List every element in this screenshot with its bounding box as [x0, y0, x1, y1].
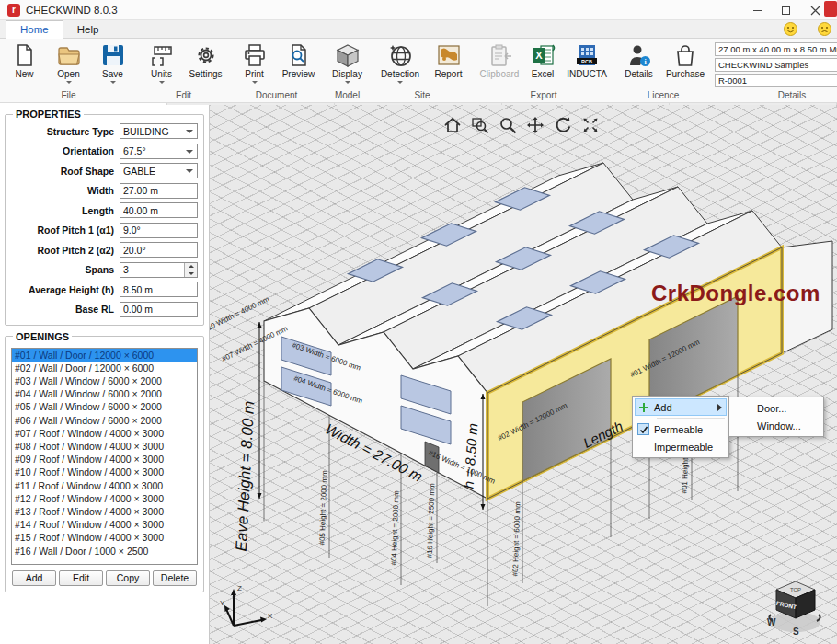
- edit-button[interactable]: Edit: [59, 570, 103, 586]
- close-button[interactable]: [810, 6, 820, 16]
- roof-pitch1-label: Roof Pitch 1 (α1): [11, 224, 120, 236]
- details-ref-field[interactable]: [715, 74, 837, 87]
- zoom-fit-button[interactable]: [579, 114, 602, 136]
- list-item[interactable]: #04 / Wall / Window / 6000 × 2000: [12, 387, 197, 400]
- svg-text:#04 Height = 2000 mm: #04 Height = 2000 mm: [390, 490, 401, 566]
- shopping-bag-icon: [672, 42, 698, 68]
- view-toolbar: [441, 114, 602, 136]
- rotate-view-button[interactable]: [552, 114, 574, 136]
- list-item[interactable]: #16 / Wall / Door / 1000 × 2500: [12, 545, 197, 558]
- save-floppy-icon: [100, 42, 126, 68]
- cube-top-label: TOP: [790, 587, 801, 592]
- group-label-details: Details: [715, 89, 837, 102]
- group-label-edit: Edit: [140, 89, 227, 102]
- home-view-button[interactable]: [441, 114, 464, 136]
- context-menu-item-window[interactable]: Window...: [731, 417, 821, 434]
- details-building-field[interactable]: [715, 42, 837, 56]
- svg-text:#05 Height = 2000 mm: #05 Height = 2000 mm: [318, 470, 329, 546]
- excel-button[interactable]: X Excel: [524, 40, 561, 79]
- list-item[interactable]: #14 / Roof / Window / 4000 × 3000: [12, 518, 197, 531]
- report-button[interactable]: Report: [427, 40, 470, 79]
- axis-y-label: Y: [220, 599, 225, 607]
- roof-shape-select[interactable]: GABLE: [120, 163, 198, 178]
- print-button[interactable]: Print: [233, 40, 276, 84]
- units-button[interactable]: Units: [140, 40, 183, 84]
- display-button[interactable]: Display: [326, 40, 369, 84]
- delete-button[interactable]: Delete: [153, 570, 197, 586]
- spinner-buttons[interactable]: [184, 263, 197, 277]
- structure-type-select[interactable]: BUILDING: [120, 123, 198, 139]
- dropdown-caret: [159, 81, 165, 84]
- orientation-select[interactable]: 67.5°: [120, 144, 198, 159]
- open-button[interactable]: Open: [47, 40, 90, 84]
- avg-height-input[interactable]: [120, 282, 198, 297]
- menu-bar: Home Help: [0, 20, 837, 39]
- group-label-document: Document: [233, 89, 320, 102]
- list-item[interactable]: #13 / Roof / Window / 4000 × 3000: [12, 505, 197, 518]
- tab-home[interactable]: Home: [6, 20, 63, 39]
- tab-help[interactable]: Help: [63, 21, 113, 38]
- title-bar: r CHECKWIND 8.0.3: [0, 0, 837, 20]
- save-button[interactable]: Save: [91, 40, 134, 84]
- licence-details-button[interactable]: i Details: [617, 40, 660, 79]
- smiley-sad-icon[interactable]: [818, 22, 831, 36]
- copy-button[interactable]: Copy: [106, 570, 150, 586]
- list-item[interactable]: #05 / Wall / Window / 6000 × 2000: [12, 400, 197, 413]
- list-item[interactable]: #03 / Wall / Window / 6000 × 2000: [12, 374, 197, 387]
- openings-list[interactable]: #01 / Wall / Door / 12000 × 6000#02 / Wa…: [11, 348, 198, 565]
- ribbon-group-document: Print Preview Document: [230, 39, 323, 102]
- add-button[interactable]: Add: [12, 570, 56, 586]
- detection-button[interactable]: Detection: [374, 40, 426, 84]
- width-input[interactable]: [120, 183, 198, 199]
- list-item[interactable]: #15 / Roof / Window / 4000 × 3000: [12, 531, 197, 544]
- details-project-field[interactable]: [715, 58, 837, 72]
- context-menu-item-door[interactable]: Door...: [731, 399, 821, 417]
- model-viewport[interactable]: Eave Height = 8.00 m Width = 27.00 m h =…: [210, 105, 837, 644]
- app-icon: r: [7, 4, 20, 17]
- smiley-happy-icon[interactable]: [784, 22, 797, 36]
- window-title: CHECKWIND 8.0.3: [26, 5, 118, 16]
- list-item[interactable]: #10 / Roof / Window / 4000 × 3000: [12, 466, 197, 478]
- list-item[interactable]: #02 / Wall / Door / 12000 × 6000: [12, 362, 197, 374]
- purchase-button[interactable]: Purchase: [661, 40, 709, 79]
- preview-button[interactable]: Preview: [277, 40, 320, 79]
- list-item[interactable]: #01 / Wall / Door / 12000 × 6000: [12, 349, 197, 362]
- length-label: Length: [11, 205, 120, 216]
- ribbon-group-export: Clipboard X Excel RCB INDUCTA Export: [473, 39, 614, 102]
- inducta-button[interactable]: RCB INDUCTA: [562, 40, 612, 79]
- pan-button[interactable]: [524, 114, 546, 136]
- list-item[interactable]: #07 / Roof / Window / 4000 × 3000: [12, 427, 197, 440]
- settings-button[interactable]: Settings: [184, 40, 227, 79]
- openings-groupbox: OPENINGS #01 / Wall / Door / 12000 × 600…: [5, 331, 204, 592]
- context-menu-item-add[interactable]: Add: [635, 398, 727, 416]
- zoom-window-button[interactable]: [469, 114, 491, 136]
- length-input[interactable]: [120, 202, 198, 218]
- open-folder-icon: [56, 42, 82, 68]
- properties-sidebar: PROPERTIES Structure Type BUILDING Orien…: [0, 105, 210, 644]
- spans-stepper[interactable]: [120, 262, 198, 278]
- zoom-button[interactable]: [497, 114, 519, 136]
- svg-text:#16 Height = 2500 mm: #16 Height = 2500 mm: [426, 483, 437, 558]
- group-label-export: Export: [476, 89, 612, 102]
- context-menu-item-permeable[interactable]: Permeable: [635, 420, 727, 438]
- roof-shape-label: Roof Shape: [11, 166, 120, 177]
- view-cube[interactable]: TOP FRONT W S: [762, 574, 830, 640]
- base-rl-input[interactable]: [120, 302, 198, 317]
- context-menu-item-impermeable[interactable]: Impermeable: [635, 438, 727, 455]
- new-button[interactable]: New: [3, 40, 46, 79]
- list-item[interactable]: #11 / Roof / Window / 4000 × 3000: [12, 479, 197, 492]
- list-item[interactable]: #08 / Roof / Window / 4000 × 3000: [12, 440, 197, 453]
- axis-z-label: Z: [237, 584, 242, 592]
- group-label-licence: Licence: [617, 89, 709, 102]
- maximize-button[interactable]: [782, 6, 790, 15]
- roof-pitch2-input[interactable]: [120, 242, 198, 258]
- roof-pitch1-input[interactable]: [120, 223, 198, 238]
- minimize-button[interactable]: [753, 10, 762, 11]
- list-item[interactable]: #12 / Roof / Window / 4000 × 3000: [12, 492, 197, 505]
- list-item[interactable]: #06 / Wall / Window / 6000 × 2000: [12, 414, 197, 427]
- cube-icon: [335, 42, 361, 68]
- list-item[interactable]: #09 / Roof / Window / 4000 × 3000: [12, 453, 197, 466]
- map-icon: [436, 42, 462, 68]
- svg-text:#02 Height = 6000 mm: #02 Height = 6000 mm: [511, 501, 522, 577]
- units-ruler-icon: [149, 42, 175, 68]
